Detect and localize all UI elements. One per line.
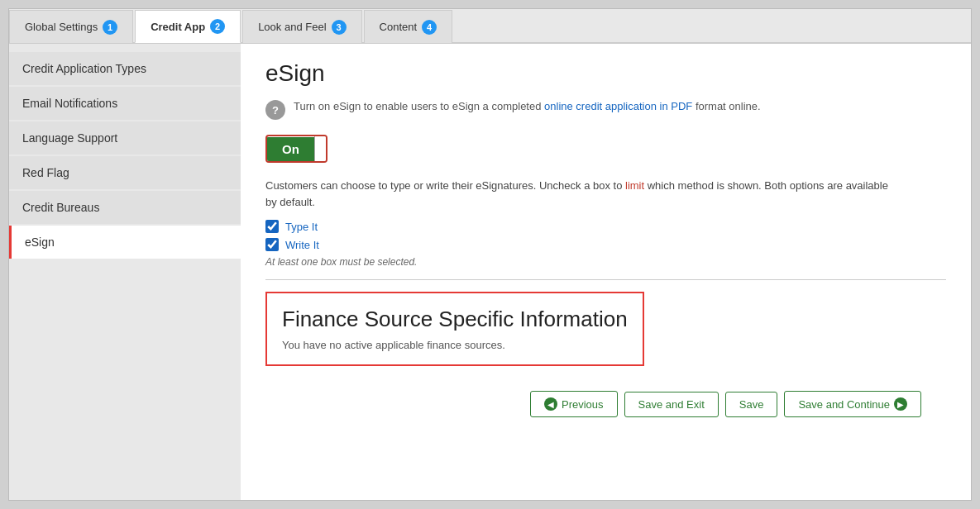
tab-look-and-feel-badge: 3 <box>332 20 347 35</box>
tab-content-badge: 4 <box>422 20 437 35</box>
checkbox-write-it[interactable] <box>265 238 279 251</box>
checkbox-description: Customers can choose to type or write th… <box>265 178 894 210</box>
finance-source-title: Finance Source Specific Information <box>282 307 628 332</box>
tab-global-settings-badge: 1 <box>103 20 117 35</box>
save-button[interactable]: Save <box>725 392 778 417</box>
tab-credit-app[interactable]: Credit App 2 <box>135 10 241 43</box>
tab-global-settings-label: Global Settings <box>25 21 98 33</box>
esign-toggle-handle[interactable] <box>314 136 326 161</box>
esign-description: Turn on eSign to enable users to eSign a… <box>294 98 761 115</box>
sidebar-item-credit-bureaus[interactable]: Credit Bureaus <box>9 191 241 224</box>
tab-bar: Global Settings 1 Credit App 2 Look and … <box>9 9 971 44</box>
checkbox-write-it-row: Write It <box>265 238 946 251</box>
section-divider <box>265 279 946 280</box>
main-panel: eSign ? Turn on eSign to enable users to… <box>241 44 971 500</box>
save-exit-label: Save and Exit <box>638 398 705 411</box>
sidebar-item-red-flag[interactable]: Red Flag <box>9 156 241 189</box>
esign-toggle-on[interactable]: On <box>267 137 314 161</box>
sidebar: Credit Application Types Email Notificat… <box>9 44 241 500</box>
tab-content[interactable]: Content 4 <box>364 10 453 43</box>
checkbox-write-it-label: Write It <box>285 239 319 251</box>
esign-title: eSign <box>265 60 946 87</box>
save-exit-button[interactable]: Save and Exit <box>624 392 719 417</box>
checkbox-type-it[interactable] <box>265 220 279 233</box>
esign-toggle-wrapper[interactable]: On <box>265 135 327 163</box>
finance-source-subtitle: You have no active applicable finance so… <box>282 339 628 351</box>
previous-label: Previous <box>562 398 604 411</box>
main-card: Global Settings 1 Credit App 2 Look and … <box>8 8 972 501</box>
tab-content-label: Content <box>380 21 418 33</box>
tab-credit-app-badge: 2 <box>210 19 225 34</box>
tab-look-and-feel[interactable]: Look and Feel 3 <box>242 10 361 43</box>
sidebar-item-credit-application-types[interactable]: Credit Application Types <box>9 52 241 85</box>
save-continue-button[interactable]: Save and Continue ▶ <box>784 391 921 417</box>
tab-credit-app-label: Credit App <box>151 21 205 33</box>
finance-source-section: Finance Source Specific Information You … <box>265 292 644 366</box>
sidebar-item-language-support[interactable]: Language Support <box>9 121 241 155</box>
previous-button[interactable]: ◀ Previous <box>530 391 618 417</box>
checkbox-type-it-row: Type It <box>265 220 946 233</box>
previous-icon: ◀ <box>544 397 557 411</box>
content-area: Credit Application Types Email Notificat… <box>9 44 971 500</box>
save-continue-icon: ▶ <box>894 397 907 411</box>
save-continue-label: Save and Continue <box>798 398 890 411</box>
tab-global-settings[interactable]: Global Settings 1 <box>9 10 133 43</box>
validation-message: At least one box must be selected. <box>265 256 946 268</box>
page-outer: Global Settings 1 Credit App 2 Look and … <box>0 0 980 509</box>
description-link[interactable]: online credit application in PDF <box>544 100 692 112</box>
save-label: Save <box>739 398 764 411</box>
sidebar-item-email-notifications[interactable]: Email Notifications <box>9 87 241 120</box>
checkbox-type-it-label: Type It <box>285 221 318 233</box>
footer-buttons: ◀ Previous Save and Exit Save Save and C… <box>265 383 946 426</box>
sidebar-item-esign[interactable]: eSign <box>9 226 241 259</box>
esign-description-row: ? Turn on eSign to enable users to eSign… <box>265 98 946 120</box>
tab-look-and-feel-label: Look and Feel <box>258 21 326 33</box>
help-icon: ? <box>265 100 285 120</box>
